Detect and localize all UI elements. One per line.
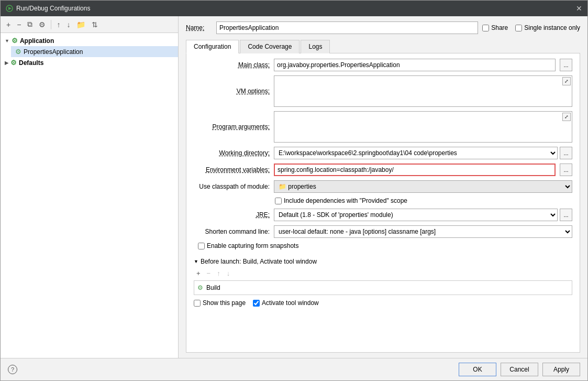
working-dir-browse-button[interactable]: ... [560,147,572,159]
svg-marker-1 [8,7,12,10]
jre-controls: Default (1.8 - SDK of 'properties' modul… [274,209,572,221]
application-type-icon: ⚙ [12,37,18,45]
vm-options-input[interactable] [274,76,572,106]
jre-browse-button[interactable]: ... [560,209,572,221]
enable-snapshots-checkbox[interactable] [198,243,205,249]
main-class-row: Main class: ... [194,59,572,71]
program-args-label: Program arguments: [194,123,270,130]
working-dir-select[interactable]: E:\workspace\workspace6\2.springboot\day… [274,147,558,159]
share-row: Share Single instance only [482,24,580,31]
classpath-controls: 📁 properties [274,180,572,193]
include-deps-label[interactable]: Include dependencies with "Provided" sco… [275,197,407,204]
config-tree: ▼ ⚙ Application ⚙ PropertiesApplication … [1,33,178,358]
program-args-row: Program arguments: ⤢ [194,111,572,143]
env-vars-row: Environment variables: ... [194,164,572,176]
sort-button[interactable]: ⇅ [89,19,101,30]
main-content: + − ⧉ ⚙ ↑ ↓ 📁 ⇅ ▼ ⚙ Application [1,16,587,358]
env-vars-input[interactable] [274,164,556,176]
main-class-input[interactable] [274,59,556,71]
ok-button[interactable]: OK [459,363,496,376]
classpath-label: Use classpath of module: [194,183,270,190]
activate-tool-window-checkbox[interactable] [253,300,260,307]
single-instance-label: Single instance only [524,24,580,31]
shorten-cmd-select[interactable]: user-local default: none - java [options… [274,225,572,238]
title-bar-left: Run/Debug Configurations [6,5,90,12]
application-group-header[interactable]: ▼ ⚙ Application [1,35,178,46]
defaults-group-header[interactable]: ▶ ⚙ Defaults [1,57,178,68]
application-children: ⚙ PropertiesApplication [1,46,178,57]
vm-options-row: VM options: ⤢ [194,75,572,107]
env-vars-browse-button[interactable]: ... [560,164,572,176]
dialog-title: Run/Debug Configurations [16,5,90,12]
collapse-icon: ▼ [194,259,198,264]
include-deps-text: Include dependencies with "Provided" sco… [284,197,407,204]
build-item-label: Build [206,284,220,291]
before-launch-down-button[interactable]: ↓ [224,268,233,278]
env-vars-label: Environment variables: [194,166,270,173]
before-launch-footer: Show this page Activate tool window [194,299,572,307]
classpath-row: Use classpath of module: 📁 properties [194,180,572,193]
remove-config-button[interactable]: − [14,19,24,30]
vm-options-expand-button[interactable]: ⤢ [562,77,571,85]
single-instance-checkbox[interactable] [515,25,522,31]
copy-config-button[interactable]: ⧉ [25,18,35,30]
help-button[interactable]: ? [8,365,17,374]
application-group: ▼ ⚙ Application ⚙ PropertiesApplication [1,35,178,57]
cancel-button[interactable]: Cancel [501,363,538,376]
before-launch-up-button[interactable]: ↑ [214,268,223,278]
tab-logs[interactable]: Logs [301,40,330,53]
include-deps-row: Include dependencies with "Provided" sco… [194,197,572,204]
config-panel: Main class: ... VM options: ⤢ Program ar… [186,53,580,353]
toolbar-sep-1 [51,20,51,29]
program-args-input[interactable] [274,112,572,142]
shorten-cmd-label: Shorten command line: [194,228,270,235]
show-page-label[interactable]: Show this page [194,299,246,307]
application-group-label: Application [20,37,54,45]
working-dir-row: Working directory: E:\workspace\workspac… [194,147,572,159]
app-item-icon: ⚙ [15,48,21,56]
tabs-bar: Configuration Code Coverage Logs [186,39,580,53]
move-down-button[interactable]: ↓ [64,19,73,30]
settings-config-button[interactable]: ⚙ [36,19,48,30]
apply-button[interactable]: Apply [542,363,580,376]
program-args-expand-button[interactable]: ⤢ [562,113,571,121]
close-button[interactable]: ✕ [576,5,582,12]
defaults-expand-icon: ▶ [5,60,8,66]
tab-code-coverage[interactable]: Code Coverage [240,40,299,53]
before-launch-header: ▼ Before launch: Build, Activate tool wi… [194,258,572,265]
add-config-button[interactable]: + [4,19,13,30]
debug-icon [6,5,13,12]
move-up-button[interactable]: ↑ [54,19,63,30]
expand-icon: ▼ [5,38,9,43]
show-page-checkbox[interactable] [194,300,201,307]
enable-snapshots-label[interactable]: Enable capturing form snapshots [198,242,298,249]
name-input[interactable] [216,21,478,34]
show-page-text: Show this page [203,299,246,307]
tab-configuration[interactable]: Configuration [186,40,239,53]
create-folder-button[interactable]: 📁 [74,19,88,30]
run-debug-dialog: Run/Debug Configurations ✕ + − ⧉ ⚙ ↑ ↓ 📁… [0,0,588,381]
properties-application-item[interactable]: ⚙ PropertiesApplication [11,46,178,57]
share-checkbox[interactable] [482,25,489,31]
main-class-browse-button[interactable]: ... [560,59,572,71]
activate-tool-window-label[interactable]: Activate tool window [253,299,319,307]
defaults-type-icon: ⚙ [10,59,17,67]
before-launch-label: Before launch: Build, Activate tool wind… [201,258,317,265]
before-launch-add-button[interactable]: + [194,268,203,278]
vm-options-label: VM options: [194,88,270,95]
before-launch-remove-button[interactable]: − [204,268,214,278]
share-label: Share [491,24,508,31]
share-checkbox-label[interactable]: Share [482,24,508,31]
single-instance-checkbox-label[interactable]: Single instance only [515,24,580,31]
vm-options-area: ⤢ [274,75,572,107]
bottom-right: OK Cancel Apply [459,363,580,376]
jre-label: JRE: [194,211,270,219]
left-panel: + − ⧉ ⚙ ↑ ↓ 📁 ⇅ ▼ ⚙ Application [1,16,179,358]
jre-select[interactable]: Default (1.8 - SDK of 'properties' modul… [274,209,558,221]
name-label: Name: [186,24,212,31]
bottom-left: ? [8,365,17,374]
include-deps-checkbox[interactable] [275,198,282,204]
jre-row: JRE: Default (1.8 - SDK of 'properties' … [194,209,572,221]
program-args-area: ⤢ [274,111,572,143]
classpath-select[interactable]: 📁 properties [274,180,572,193]
